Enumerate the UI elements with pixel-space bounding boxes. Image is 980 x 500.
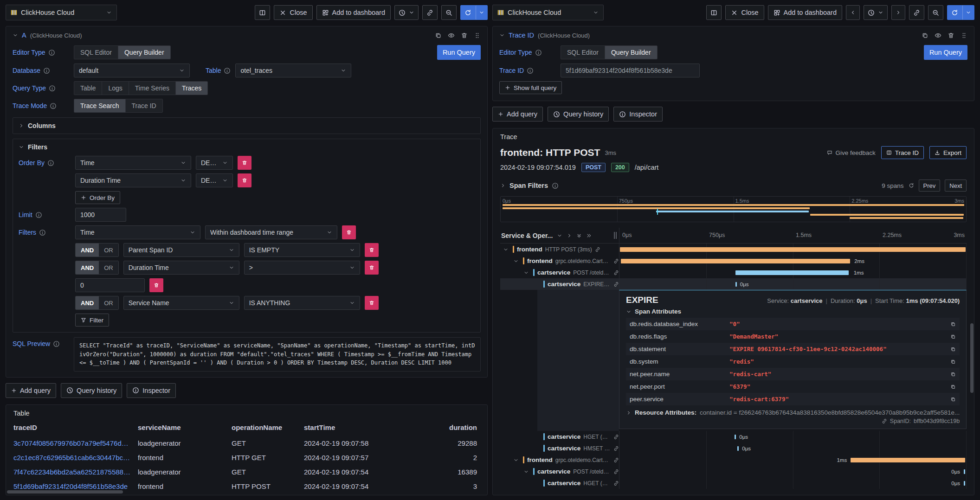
copy-icon[interactable] xyxy=(942,346,956,352)
span-link-icon[interactable] xyxy=(613,282,619,287)
span-row-selected[interactable]: cartservice EXPIRE (0μs 0μs xyxy=(500,278,967,290)
copy-icon[interactable] xyxy=(942,334,956,340)
trace-search-tab[interactable]: Trace Search xyxy=(74,99,125,112)
column-resize-handle[interactable] xyxy=(614,232,617,239)
query-history-button[interactable]: Query history xyxy=(548,107,609,122)
expand-all-icon[interactable] xyxy=(586,233,592,238)
column-header-starttime[interactable]: startTime xyxy=(304,423,404,431)
trace-id-link[interactable]: 5f1d69baf92314f20d4f8f561b58e3de xyxy=(13,482,138,490)
sql-editor-tab[interactable]: SQL Editor xyxy=(561,46,605,59)
info-icon[interactable] xyxy=(35,212,42,218)
add-to-dashboard-button[interactable]: Add to dashboard xyxy=(768,5,842,20)
database-select[interactable]: default xyxy=(74,64,190,77)
refresh-interval-dropdown[interactable] xyxy=(476,5,488,20)
or-option[interactable]: OR xyxy=(99,296,118,309)
expand-children-icon[interactable] xyxy=(567,233,572,238)
order-by-direction-select[interactable]: DESC xyxy=(196,156,233,170)
inspector-button[interactable]: Inspector xyxy=(613,107,663,122)
query-type-table-tab[interactable]: Table xyxy=(74,82,102,95)
span-row[interactable]: frontend HTTP POST (3ms) xyxy=(500,244,967,255)
remove-filter-button[interactable] xyxy=(365,296,379,310)
span-link-icon[interactable] xyxy=(613,469,619,474)
remove-filter-button[interactable] xyxy=(365,243,379,257)
trace-id-link[interactable]: 7f47c62234b6bd2a5a62521875588bd4 xyxy=(13,468,138,476)
delete-query-icon[interactable] xyxy=(461,32,468,39)
reset-filters-icon[interactable] xyxy=(909,183,914,188)
info-icon[interactable] xyxy=(47,160,54,167)
query-builder-tab[interactable]: Query Builder xyxy=(605,46,657,59)
refresh-button[interactable] xyxy=(460,5,476,20)
trace-minimap[interactable]: 0μs 750μs 1.5ms 2.25ms 3ms xyxy=(500,196,967,222)
span-row[interactable]: cartservice HGET (0μs) 0μs xyxy=(500,431,967,442)
collapse-span-icon[interactable] xyxy=(503,247,510,252)
copy-icon[interactable] xyxy=(942,397,956,402)
add-filter-button[interactable]: Filter xyxy=(75,314,109,327)
remove-filter-button[interactable] xyxy=(365,261,379,275)
filter-condition-select[interactable]: Within dashboard time range xyxy=(205,225,337,239)
filter-value-input[interactable] xyxy=(75,278,145,292)
remove-order-by-button[interactable] xyxy=(238,173,251,187)
span-attributes-header[interactable]: Span Attributes xyxy=(626,308,960,315)
and-option[interactable]: AND xyxy=(76,244,99,256)
add-order-by-button[interactable]: Order By xyxy=(75,191,120,204)
filter-field-select[interactable]: Parent Span ID xyxy=(123,243,239,257)
or-option[interactable]: OR xyxy=(99,244,118,256)
trace-id-link[interactable]: 3c7074f085679976b07a79ef5476d802 xyxy=(13,439,138,447)
run-query-button[interactable]: Run Query xyxy=(437,45,481,60)
info-icon[interactable] xyxy=(552,182,559,189)
span-link-icon[interactable] xyxy=(613,457,619,463)
trace-id-tab[interactable]: Trace ID xyxy=(125,99,162,112)
order-by-field-select[interactable]: Duration Time xyxy=(75,173,191,187)
filter-operator-select[interactable]: IS ANYTHING xyxy=(244,296,360,310)
sql-editor-tab[interactable]: SQL Editor xyxy=(74,46,118,59)
span-row[interactable]: cartservice HMSET (0μ... 0μs xyxy=(500,442,967,454)
time-shift-back-button[interactable] xyxy=(846,5,860,20)
info-icon[interactable] xyxy=(224,67,231,74)
query-builder-tab[interactable]: Query Builder xyxy=(118,46,170,59)
filter-operator-select[interactable]: > xyxy=(244,261,360,275)
columns-section-header[interactable]: Columns xyxy=(13,118,480,134)
copy-icon[interactable] xyxy=(942,321,956,327)
info-icon[interactable] xyxy=(53,340,60,347)
time-shift-forward-button[interactable] xyxy=(891,5,905,20)
filters-section-header[interactable]: Filters xyxy=(13,139,480,155)
filter-field-select[interactable]: Time xyxy=(75,225,200,239)
panel-layout-button[interactable] xyxy=(255,5,270,20)
info-icon[interactable] xyxy=(527,67,534,74)
trace-id-link[interactable]: c2c1ec87c62965b61cab6c30447bc13d xyxy=(13,454,138,462)
order-by-direction-select[interactable]: DESC xyxy=(196,173,233,187)
info-icon[interactable] xyxy=(48,49,55,56)
remove-filter-button[interactable] xyxy=(342,225,356,239)
chevron-down-icon[interactable] xyxy=(557,233,562,238)
show-full-query-button[interactable]: Show full query xyxy=(499,81,562,94)
order-by-field-select[interactable]: Time xyxy=(75,156,191,170)
trace-id-input[interactable] xyxy=(561,64,700,77)
time-picker-button[interactable] xyxy=(394,5,419,20)
add-query-button[interactable]: Add query xyxy=(492,107,543,122)
copy-icon[interactable] xyxy=(942,384,956,390)
span-row[interactable]: cartservice HGET (0μs) 0μs xyxy=(500,477,967,489)
panel-layout-button[interactable] xyxy=(706,5,722,20)
span-row[interactable]: cartservice POST /oteldem... 1ms xyxy=(500,267,967,278)
resource-attributes-row[interactable]: Resource Attributes: container.id = f266… xyxy=(626,409,960,416)
span-link-icon[interactable] xyxy=(613,258,619,264)
collapse-span-icon[interactable] xyxy=(523,469,530,474)
span-row[interactable]: frontend grpc.oteldemo.CartSer... 2ms xyxy=(500,255,967,267)
collapse-span-icon[interactable] xyxy=(513,457,520,463)
remove-order-by-button[interactable] xyxy=(238,156,251,170)
tree-header-label[interactable]: Service & Oper... xyxy=(501,232,553,239)
query-ref[interactable]: Trace ID xyxy=(509,32,534,39)
info-icon[interactable] xyxy=(50,103,57,109)
run-query-button[interactable]: Run Query xyxy=(924,45,967,60)
time-picker-button[interactable] xyxy=(864,5,888,20)
info-icon[interactable] xyxy=(535,49,542,56)
disable-query-icon[interactable] xyxy=(448,32,455,39)
query-type-traces-tab[interactable]: Traces xyxy=(175,82,207,95)
refresh-button[interactable] xyxy=(947,5,962,20)
remove-filter-button[interactable] xyxy=(149,278,163,292)
column-header-duration[interactable]: duration xyxy=(404,423,480,431)
duplicate-query-icon[interactable] xyxy=(435,32,442,39)
give-feedback-link[interactable]: Give feedback xyxy=(827,149,875,156)
copy-icon[interactable] xyxy=(942,359,956,365)
drag-query-icon[interactable] xyxy=(474,32,481,39)
